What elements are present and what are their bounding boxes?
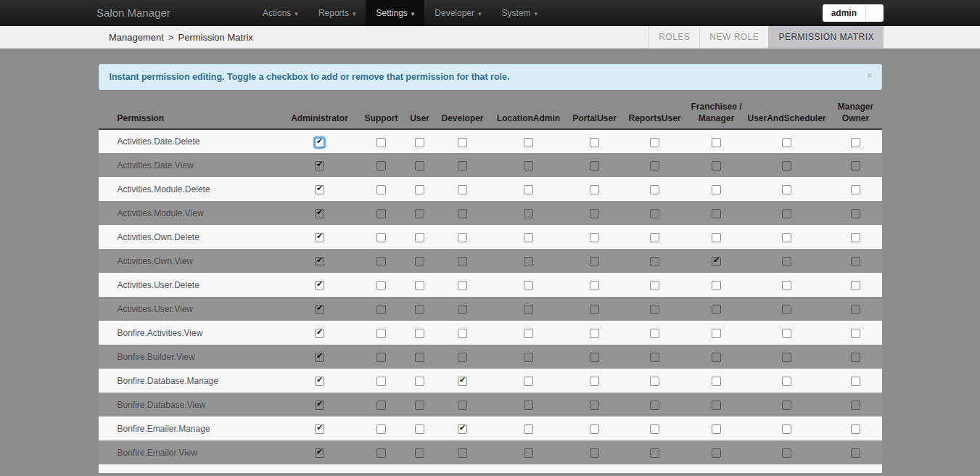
- permission-checkbox[interactable]: [650, 138, 659, 147]
- permission-checkbox[interactable]: [376, 305, 386, 314]
- permission-checkbox[interactable]: [458, 185, 467, 194]
- permission-checkbox[interactable]: [315, 161, 324, 171]
- tab-roles[interactable]: ROLES: [648, 26, 699, 49]
- permission-checkbox[interactable]: [376, 424, 386, 434]
- permission-checkbox[interactable]: [315, 305, 324, 314]
- permission-checkbox[interactable]: [712, 424, 721, 434]
- permission-checkbox[interactable]: [315, 138, 324, 147]
- permission-checkbox[interactable]: [590, 209, 599, 218]
- permission-checkbox[interactable]: [851, 353, 860, 362]
- permission-checkbox[interactable]: [415, 401, 424, 410]
- nav-item-settings[interactable]: Settings▾: [366, 0, 424, 26]
- tab-new-role[interactable]: NEW ROLE: [699, 26, 768, 49]
- permission-checkbox[interactable]: [458, 281, 467, 290]
- permission-checkbox[interactable]: [650, 161, 659, 171]
- permission-checkbox[interactable]: [712, 209, 721, 218]
- permission-checkbox[interactable]: [376, 448, 386, 458]
- permission-checkbox[interactable]: [650, 233, 659, 242]
- permission-checkbox[interactable]: [590, 138, 599, 147]
- permission-checkbox[interactable]: [590, 448, 599, 458]
- permission-checkbox[interactable]: [415, 377, 424, 386]
- permission-checkbox[interactable]: [524, 161, 533, 171]
- permission-checkbox[interactable]: [851, 257, 860, 266]
- permission-checkbox[interactable]: [524, 209, 533, 218]
- permission-checkbox[interactable]: [415, 185, 424, 194]
- permission-checkbox[interactable]: [712, 401, 721, 410]
- permission-checkbox[interactable]: [782, 353, 791, 362]
- permission-checkbox[interactable]: [376, 161, 386, 171]
- permission-checkbox[interactable]: [315, 353, 324, 362]
- permission-checkbox[interactable]: [650, 209, 659, 218]
- permission-checkbox[interactable]: [458, 209, 467, 218]
- tab-permission-matrix[interactable]: PERMISSION MATRIX: [768, 26, 884, 49]
- permission-checkbox[interactable]: [415, 329, 424, 338]
- permission-checkbox[interactable]: [524, 233, 533, 242]
- permission-checkbox[interactable]: [376, 353, 386, 362]
- permission-checkbox[interactable]: [851, 138, 860, 147]
- breadcrumb-section[interactable]: Management: [109, 32, 164, 43]
- permission-checkbox[interactable]: [712, 281, 721, 290]
- permission-checkbox[interactable]: [415, 233, 424, 242]
- user-menu-button[interactable]: admin: [823, 4, 865, 22]
- permission-checkbox[interactable]: [315, 377, 324, 386]
- permission-checkbox[interactable]: [851, 305, 860, 314]
- permission-checkbox[interactable]: [458, 138, 467, 147]
- permission-checkbox[interactable]: [415, 353, 424, 362]
- permission-checkbox[interactable]: [376, 257, 386, 266]
- permission-checkbox[interactable]: [782, 401, 791, 410]
- permission-checkbox[interactable]: [524, 329, 533, 338]
- permission-checkbox[interactable]: [415, 424, 424, 434]
- permission-checkbox[interactable]: [590, 161, 599, 171]
- permission-checkbox[interactable]: [376, 233, 386, 242]
- permission-checkbox[interactable]: [712, 185, 721, 194]
- permission-checkbox[interactable]: [315, 281, 324, 290]
- permission-checkbox[interactable]: [590, 185, 599, 194]
- permission-checkbox[interactable]: [712, 138, 721, 147]
- permission-checkbox[interactable]: [782, 305, 791, 314]
- permission-checkbox[interactable]: [315, 185, 324, 194]
- permission-checkbox[interactable]: [782, 329, 791, 338]
- permission-checkbox[interactable]: [590, 377, 599, 386]
- permission-checkbox[interactable]: [712, 448, 721, 458]
- permission-checkbox[interactable]: [590, 353, 599, 362]
- permission-checkbox[interactable]: [524, 257, 533, 266]
- user-dropdown-button[interactable]: [865, 4, 884, 22]
- permission-checkbox[interactable]: [458, 401, 467, 410]
- nav-item-system[interactable]: System▾: [492, 0, 548, 26]
- permission-checkbox[interactable]: [712, 329, 721, 338]
- permission-checkbox[interactable]: [712, 233, 721, 242]
- permission-checkbox[interactable]: [376, 138, 386, 147]
- permission-checkbox[interactable]: [851, 424, 860, 434]
- permission-checkbox[interactable]: [650, 257, 659, 266]
- permission-checkbox[interactable]: [376, 377, 386, 386]
- permission-checkbox[interactable]: [376, 185, 386, 194]
- permission-checkbox[interactable]: [712, 161, 721, 171]
- permission-checkbox[interactable]: [712, 257, 721, 266]
- permission-checkbox[interactable]: [315, 448, 324, 458]
- permission-checkbox[interactable]: [524, 424, 533, 434]
- permission-checkbox[interactable]: [782, 257, 791, 266]
- permission-checkbox[interactable]: [650, 281, 659, 290]
- permission-checkbox[interactable]: [590, 305, 599, 314]
- permission-checkbox[interactable]: [458, 257, 467, 266]
- permission-checkbox[interactable]: [376, 329, 386, 338]
- permission-checkbox[interactable]: [524, 401, 533, 410]
- permission-checkbox[interactable]: [650, 424, 659, 434]
- permission-checkbox[interactable]: [851, 185, 860, 194]
- permission-checkbox[interactable]: [458, 424, 467, 434]
- permission-checkbox[interactable]: [524, 305, 533, 314]
- permission-checkbox[interactable]: [376, 209, 386, 218]
- permission-checkbox[interactable]: [782, 233, 791, 242]
- permission-checkbox[interactable]: [851, 329, 860, 338]
- alert-close-icon[interactable]: ×: [866, 70, 872, 81]
- permission-checkbox[interactable]: [376, 401, 386, 410]
- permission-checkbox[interactable]: [650, 377, 659, 386]
- permission-checkbox[interactable]: [315, 329, 324, 338]
- permission-checkbox[interactable]: [851, 233, 860, 242]
- permission-checkbox[interactable]: [415, 161, 424, 171]
- nav-item-developer[interactable]: Developer▾: [424, 0, 491, 26]
- permission-checkbox[interactable]: [590, 233, 599, 242]
- permission-checkbox[interactable]: [315, 257, 324, 266]
- permission-checkbox[interactable]: [782, 377, 791, 386]
- permission-checkbox[interactable]: [415, 448, 424, 458]
